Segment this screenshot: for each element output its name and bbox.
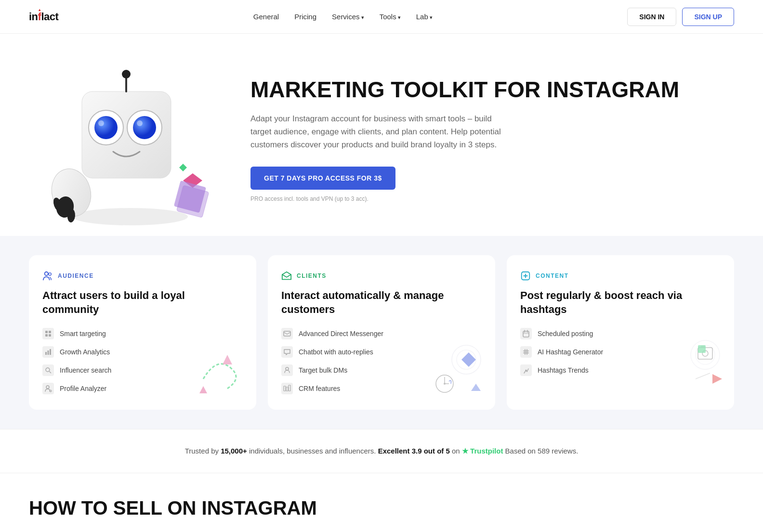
cta-button[interactable]: GET 7 DAYS PRO ACCESS FOR 3$: [250, 167, 395, 190]
audience-title: Attract users to build a loyal community: [42, 289, 243, 316]
feature-profile-analyzer: Profile Analyzer: [42, 383, 243, 394]
chatbot-icon: [281, 346, 293, 358]
svg-point-5: [94, 116, 118, 139]
nav-links: General Pricing Services Tools Lab: [253, 13, 433, 21]
clients-icon: [281, 271, 292, 281]
robot-illustration: [39, 53, 222, 226]
svg-rect-20: [45, 331, 48, 333]
clients-card: CLIENTS Interact automatically & manage …: [268, 255, 495, 410]
clients-features: Advanced Direct Messenger Chatbot with a…: [281, 328, 482, 394]
feature-label: AI Hashtag Generator: [538, 348, 603, 356]
nav-pricing[interactable]: Pricing: [294, 13, 316, 21]
content-title: Post regularly & boost reach via hashtag…: [520, 289, 721, 316]
svg-point-3: [122, 70, 131, 78]
audience-icon: [42, 271, 53, 281]
feature-label: Target bulk DMs: [299, 366, 347, 374]
influencer-search-icon: [42, 364, 54, 376]
howto-section: HOW TO SELL ON INSTAGRAM: [0, 473, 763, 529]
feature-label: Profile Analyzer: [60, 385, 106, 392]
navbar: inf▲lact General Pricing Services Tools …: [0, 0, 763, 34]
bulk-dm-icon: [281, 364, 293, 376]
dm-icon: [281, 328, 293, 339]
growth-analytics-icon: [42, 346, 54, 358]
profile-analyzer-icon: [42, 383, 54, 394]
svg-rect-50: [523, 331, 529, 337]
svg-marker-17: [179, 164, 187, 171]
feature-hashtag-trends: Hashtags Trends: [520, 364, 721, 376]
content-category-label: CONTENT: [536, 272, 569, 279]
svg-rect-22: [45, 334, 48, 337]
feature-scheduled-posting: Scheduled posting: [520, 328, 721, 339]
feature-growth-analytics: Growth Analytics: [42, 346, 243, 358]
svg-line-28: [50, 372, 52, 374]
trust-text: Trusted by 15,000+ individuals, business…: [29, 447, 734, 455]
content-category: CONTENT: [520, 271, 721, 281]
nav-services[interactable]: Services: [332, 13, 364, 21]
logo-text: inf▲lact: [29, 11, 58, 23]
feature-influencer-search: Influencer search: [42, 364, 243, 376]
content-icon: [520, 271, 531, 281]
nav-tools[interactable]: Tools: [380, 13, 401, 21]
nav-lab[interactable]: Lab: [416, 13, 433, 21]
scheduled-icon: [520, 328, 532, 339]
feature-label: Smart targeting: [60, 330, 106, 337]
feature-ai-hashtag: AI Hashtag Generator: [520, 346, 721, 358]
svg-point-30: [50, 390, 52, 392]
cards-section: AUDIENCE Attract users to build a loyal …: [0, 236, 763, 429]
audience-category-label: AUDIENCE: [58, 272, 94, 279]
feature-dm: Advanced Direct Messenger: [281, 328, 482, 339]
svg-point-19: [49, 273, 52, 276]
hashtag-trends-icon: [520, 364, 532, 376]
feature-smart-targeting: Smart targeting: [42, 328, 243, 339]
svg-point-29: [46, 386, 49, 389]
content-features: Scheduled posting AI Hashtag Generator H…: [520, 328, 721, 376]
svg-point-27: [46, 368, 50, 372]
trust-middle: individuals, businesses and influencers.: [247, 447, 378, 455]
feature-label: Scheduled posting: [538, 330, 593, 337]
feature-bulk-dm: Target bulk DMs: [281, 364, 482, 376]
feature-label: Advanced Direct Messenger: [299, 330, 383, 337]
logo[interactable]: inf▲lact: [29, 11, 58, 23]
svg-point-58: [526, 370, 527, 371]
pro-note: PRO access incl. tools and VPN (up to 3 …: [250, 195, 734, 202]
svg-rect-38: [289, 385, 290, 391]
hero-section: MARKETING TOOLKIT FOR INSTAGRAM Adapt yo…: [0, 34, 763, 236]
hero-title: MARKETING TOOLKIT FOR INSTAGRAM: [250, 77, 734, 103]
audience-category: AUDIENCE: [42, 271, 243, 281]
feature-label: Influencer search: [60, 366, 111, 374]
feature-chatbot: Chatbot with auto-replies: [281, 346, 482, 358]
ai-hashtag-icon: [520, 346, 532, 358]
svg-rect-36: [284, 386, 286, 391]
feature-label: Chatbot with auto-replies: [299, 348, 373, 356]
signin-button[interactable]: SIGN IN: [627, 8, 676, 26]
svg-rect-37: [286, 387, 288, 391]
feature-crm: CRM features: [281, 383, 482, 394]
svg-rect-23: [49, 334, 51, 337]
nav-buttons: SIGN IN SIGN UP: [627, 8, 734, 26]
howto-title: HOW TO SELL ON INSTAGRAM: [29, 497, 734, 519]
smart-targeting-icon: [42, 328, 54, 339]
trust-rating: Excellent 3.9 out of 5: [378, 447, 450, 455]
svg-rect-25: [48, 350, 49, 355]
crm-icon: [281, 383, 293, 394]
svg-rect-26: [50, 349, 51, 355]
signup-button[interactable]: SIGN UP: [682, 8, 734, 26]
svg-rect-21: [49, 331, 51, 333]
svg-point-35: [286, 367, 289, 370]
clients-title: Interact automatically & manage customer…: [281, 289, 482, 316]
clients-category: CLIENTS: [281, 271, 482, 281]
svg-point-9: [137, 120, 143, 126]
svg-rect-24: [45, 352, 47, 355]
trust-on: on: [450, 447, 462, 455]
feature-label: CRM features: [299, 385, 340, 392]
feature-label: Growth Analytics: [60, 348, 110, 356]
svg-point-18: [45, 272, 48, 275]
nav-general[interactable]: General: [253, 13, 279, 21]
svg-rect-34: [284, 331, 290, 336]
audience-features: Smart targeting Growth Analytics Influen…: [42, 328, 243, 394]
trust-after: Based on 589 reviews.: [503, 447, 578, 455]
hero-image: [29, 53, 231, 226]
trust-trustpilot: ★ Trustpilot: [462, 447, 503, 455]
trust-section: Trusted by 15,000+ individuals, business…: [0, 429, 763, 473]
audience-card: AUDIENCE Attract users to build a loyal …: [29, 255, 256, 410]
